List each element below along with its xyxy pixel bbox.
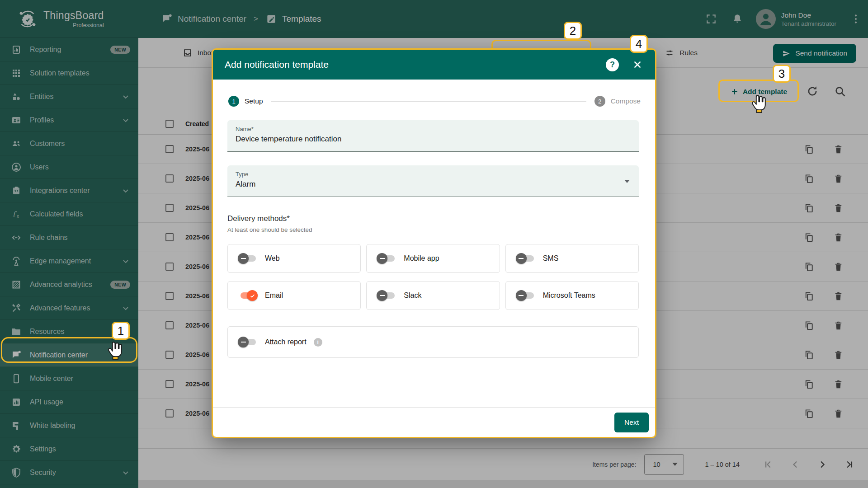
- dialog-footer: Next: [213, 407, 655, 437]
- check-icon: [249, 292, 256, 299]
- annotation-badge-2: 2: [564, 22, 582, 40]
- type-select[interactable]: Type Alarm: [227, 165, 639, 197]
- sms-toggle[interactable]: [516, 253, 536, 264]
- microsoft-teams-toggle[interactable]: [516, 290, 536, 301]
- delivery-method-web: Web: [227, 244, 361, 273]
- name-field-label: Name*: [236, 126, 631, 132]
- mobile-app-toggle[interactable]: [377, 253, 396, 264]
- email-toggle[interactable]: [238, 290, 258, 301]
- thingsboard-app: ThingsBoard Professional ReportingNEWSol…: [0, 0, 868, 488]
- delivery-methods-heading: Delivery methods*: [227, 214, 639, 223]
- delivery-methods-subheading: At least one should be selected: [227, 226, 639, 233]
- close-icon[interactable]: [632, 59, 643, 70]
- annotation-badge-3: 3: [773, 65, 791, 83]
- step-2-circle: 2: [594, 96, 605, 107]
- add-notification-template-dialog: Add notification template ? 1 Setup 2 Co…: [213, 50, 655, 437]
- delivery-methods-grid: WebMobile appSMSEmailSlackMicrosoft Team…: [227, 244, 639, 310]
- delivery-method-microsoft-teams: Microsoft Teams: [505, 281, 639, 310]
- dropdown-caret-icon: [624, 180, 630, 183]
- delivery-method-label: Email: [265, 291, 283, 300]
- delivery-method-label: Slack: [404, 291, 421, 300]
- delivery-method-slack: Slack: [366, 281, 500, 310]
- dialog-body: Name* Device temperature notification Ty…: [213, 120, 655, 358]
- delivery-method-label: Mobile app: [404, 254, 439, 263]
- annotation-badge-1: 1: [112, 322, 130, 340]
- info-icon: i: [314, 338, 322, 347]
- delivery-method-label: Microsoft Teams: [543, 291, 595, 300]
- delivery-method-email: Email: [227, 281, 361, 310]
- step-1-circle: 1: [228, 96, 239, 107]
- stepper: 1 Setup 2 Compose: [228, 96, 641, 107]
- step-2-label: Compose: [611, 97, 641, 105]
- attach-report-label: Attach report: [265, 338, 307, 346]
- delivery-method-label: Web: [265, 254, 280, 263]
- close-icon: [632, 59, 643, 70]
- type-field-label: Type: [236, 171, 631, 178]
- next-button[interactable]: Next: [614, 413, 649, 432]
- name-field-value: Device temperature notification: [236, 135, 631, 144]
- dialog-title: Add notification template: [225, 59, 329, 70]
- stepper-line: [271, 101, 586, 102]
- slack-toggle[interactable]: [377, 290, 396, 301]
- delivery-method-label: SMS: [543, 254, 559, 263]
- attach-report-toggle[interactable]: [238, 337, 258, 347]
- annotation-badge-4: 4: [630, 35, 648, 53]
- help-icon[interactable]: ?: [606, 58, 619, 71]
- step-1-label: Setup: [245, 97, 263, 105]
- delivery-method-sms: SMS: [505, 244, 639, 273]
- name-field[interactable]: Name* Device temperature notification: [227, 120, 639, 152]
- attach-report-card: Attach report i: [227, 326, 639, 358]
- type-field-value: Alarm: [236, 180, 631, 189]
- web-toggle[interactable]: [238, 253, 258, 264]
- dialog-header: Add notification template ?: [213, 50, 655, 80]
- delivery-method-mobile-app: Mobile app: [366, 244, 500, 273]
